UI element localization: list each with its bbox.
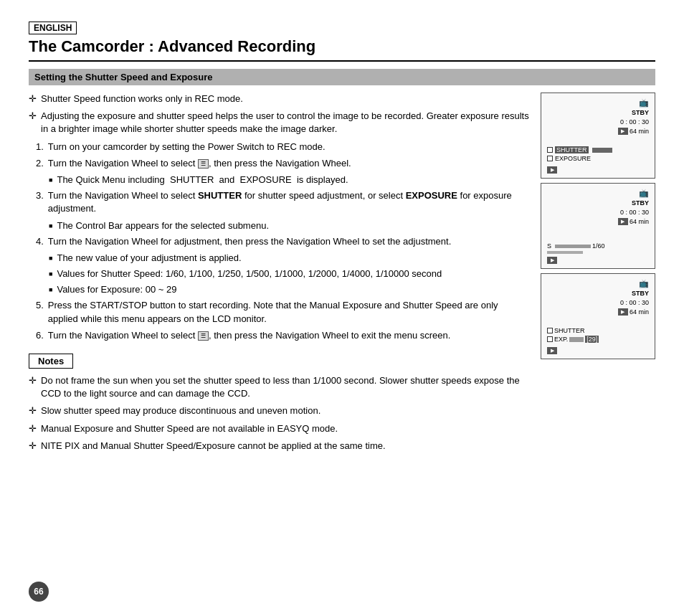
- note-4-text: NITE PIX and Manual Shutter Speed/Exposu…: [41, 440, 386, 452]
- lcd-time-2: 0 : 00 : 30: [618, 208, 649, 217]
- step-3: 3. Turn the Navigation Wheel to select S…: [36, 189, 529, 215]
- lcd-shutter-item: SHUTTER: [547, 327, 599, 334]
- note-1-text: Do not frame the sun when you set the sh…: [41, 374, 529, 400]
- lcd-bar-shutter: [592, 148, 612, 153]
- sq-icon: ■: [49, 176, 52, 186]
- lcd-checkbox-4: [547, 336, 553, 342]
- lcd-checkbox-2: [547, 156, 553, 161]
- step-1: 1. Turn on your camcorder by setting the…: [36, 141, 529, 153]
- step-5-text: Press the START/STOP button to start rec…: [48, 299, 529, 325]
- step-4-sub-3-text: Values for Exposure: 00 ~ 29: [57, 283, 176, 296]
- left-column: ✛ Shutter Speed function works only in R…: [29, 93, 529, 457]
- page-container: ENGLISH The Camcorder : Advanced Recordi…: [0, 0, 684, 616]
- lcd-screen-3-top: 📺 STBY 0 : 00 : 30 ▶ 64 min: [618, 278, 649, 316]
- lcd-checkbox-3: [547, 328, 553, 333]
- lcd-menu-1: SHUTTER EXPOSURE: [547, 146, 612, 164]
- lcd-s-label: S 1/60: [547, 242, 605, 250]
- intro-bullet-1: ✛ Shutter Speed function works only in R…: [29, 93, 529, 105]
- step-5-num: 5.: [36, 299, 44, 325]
- lcd-min-3: 64 min: [630, 308, 649, 317]
- step-2-sub-text: The Quick Menu including SHUTTER and EXP…: [57, 174, 348, 186]
- cross-icon-2: ✛: [29, 110, 37, 136]
- cross-icon-note-4: ✛: [29, 440, 37, 452]
- step-2-text: Turn the Navigation Wheel to select ☰, t…: [48, 157, 351, 170]
- lcd-screen-3: 📺 STBY 0 : 00 : 30 ▶ 64 min SHUTTER: [541, 273, 655, 359]
- lcd-screen-2-top: 📺 STBY 0 : 00 : 30 ▶ 64 min: [618, 188, 649, 226]
- step-4-sub-1: ■ The new value of your adjustment is ap…: [49, 252, 529, 265]
- lcd-stby-1: STBY: [618, 108, 649, 118]
- right-column: 📺 STBY 0 : 00 : 30 ▶ 64 min SHUTTER: [541, 93, 655, 457]
- cross-icon-note-1: ✛: [29, 374, 37, 400]
- lcd-min-row-1: ▶ 64 min: [618, 127, 649, 136]
- sq-icon-2: ■: [49, 222, 52, 232]
- lcd-min-2: 64 min: [630, 217, 649, 227]
- lcd-control-bar: [547, 251, 583, 254]
- lcd-exp-value: [29]: [585, 336, 599, 343]
- lcd-shutter-label-1: SHUTTER: [555, 146, 589, 153]
- lcd-exposure-label-1: EXPOSURE: [555, 155, 591, 162]
- step-4-num: 4.: [36, 235, 44, 248]
- step-3-sub-text: The Control Bar appears for the selected…: [57, 219, 269, 232]
- step-2-sub-1: ■ The Quick Menu including SHUTTER and E…: [49, 174, 529, 186]
- step-5: 5. Press the START/STOP button to start …: [36, 299, 529, 325]
- intro-bullet-2: ✛ Adjusting the exposure and shutter spe…: [29, 110, 529, 136]
- lcd-screen-1-top: 📺 STBY 0 : 00 : 30 ▶ 64 min: [618, 98, 649, 136]
- step-3-num: 3.: [36, 189, 44, 215]
- step-6-text: Turn the Navigation Wheel to select ☰, t…: [48, 329, 451, 342]
- lcd-min-1: 64 min: [630, 127, 649, 136]
- step-4-sub-2-text: Values for Shutter Speed: 1/60, 1/100, 1…: [57, 267, 442, 280]
- section-header: Setting the Shutter Speed and Exposure: [29, 69, 655, 85]
- step-1-text: Turn on your camcorder by setting the Po…: [48, 141, 326, 153]
- lcd-bottom-1: ▶: [547, 166, 557, 174]
- step-6-num: 6.: [36, 329, 44, 342]
- cross-icon-note-3: ✛: [29, 422, 37, 435]
- lcd-stby-3: STBY: [618, 289, 649, 298]
- lcd-min-row-2: ▶ 64 min: [618, 217, 649, 227]
- sq-icon-5: ■: [49, 285, 52, 296]
- note-3: ✛ Manual Exposure and Shutter Speed are …: [29, 422, 529, 435]
- step-3-text: Turn the Navigation Wheel to select SHUT…: [48, 189, 529, 215]
- note-4: ✛ NITE PIX and Manual Shutter Speed/Expo…: [29, 440, 529, 452]
- lcd-shutter-val: S 1/60: [547, 242, 605, 254]
- lcd-checkbox-1: [547, 147, 553, 153]
- lcd-menu-exposure-1: EXPOSURE: [547, 155, 612, 162]
- lcd-rec-icon-2: ▶: [547, 257, 557, 264]
- lcd-mode-icon-1: ▶: [618, 128, 628, 135]
- notes-section: Notes ✛ Do not frame the sun when you se…: [29, 354, 529, 452]
- step-2: 2. Turn the Navigation Wheel to select ☰…: [36, 157, 529, 170]
- lcd-screen-2: 📺 STBY 0 : 00 : 30 ▶ 64 min S 1/60: [541, 183, 655, 269]
- sq-icon-3: ■: [49, 254, 52, 265]
- cross-icon-note-2: ✛: [29, 404, 37, 417]
- lcd-exp-val: SHUTTER EXP. [29]: [547, 327, 599, 344]
- step-2-num: 2.: [36, 157, 44, 170]
- page-number: 66: [29, 582, 49, 602]
- lcd-menu-shutter-1: SHUTTER: [547, 146, 612, 153]
- step-6: 6. Turn the Navigation Wheel to select ☰…: [36, 329, 529, 342]
- lcd-rec-icon-1: ▶: [547, 166, 557, 174]
- cross-icon-1: ✛: [29, 93, 37, 105]
- step-4-text: Turn the Navigation Wheel for adjustment…: [48, 235, 451, 248]
- lcd-tape-icon-1: 📺: [618, 98, 649, 108]
- lcd-tape-icon-3: 📺: [618, 278, 649, 289]
- sq-icon-4: ■: [49, 270, 52, 280]
- note-2-text: Slow shutter speed may produce discontin…: [41, 404, 320, 417]
- lcd-min-row-3: ▶ 64 min: [618, 308, 649, 317]
- note-2: ✛ Slow shutter speed may produce discont…: [29, 404, 529, 417]
- lcd-time-1: 0 : 00 : 30: [618, 118, 649, 127]
- lcd-exp-label: EXP.: [554, 336, 568, 343]
- lcd-rec-icon-3: ▶: [547, 347, 557, 354]
- step-4: 4. Turn the Navigation Wheel for adjustm…: [36, 235, 529, 248]
- lcd-screen-1: 📺 STBY 0 : 00 : 30 ▶ 64 min SHUTTER: [541, 93, 655, 179]
- lcd-bottom-2: ▶: [547, 256, 557, 264]
- lcd-shutter-bar: [555, 245, 591, 248]
- step-3-sub-1: ■ The Control Bar appears for the select…: [49, 219, 529, 232]
- lcd-exp-bar: [569, 337, 584, 342]
- intro-text-2: Adjusting the exposure and shutter speed…: [41, 110, 529, 136]
- step-4-sub-2: ■ Values for Shutter Speed: 1/60, 1/100,…: [49, 267, 529, 280]
- main-title: The Camcorder : Advanced Recording: [29, 37, 655, 62]
- language-tag: ENGLISH: [29, 22, 77, 34]
- lcd-mode-icon-2: ▶: [618, 218, 628, 225]
- note-1: ✛ Do not frame the sun when you set the …: [29, 374, 529, 400]
- intro-text-1: Shutter Speed function works only in REC…: [41, 93, 243, 105]
- lcd-exp-item: EXP. [29]: [547, 336, 599, 343]
